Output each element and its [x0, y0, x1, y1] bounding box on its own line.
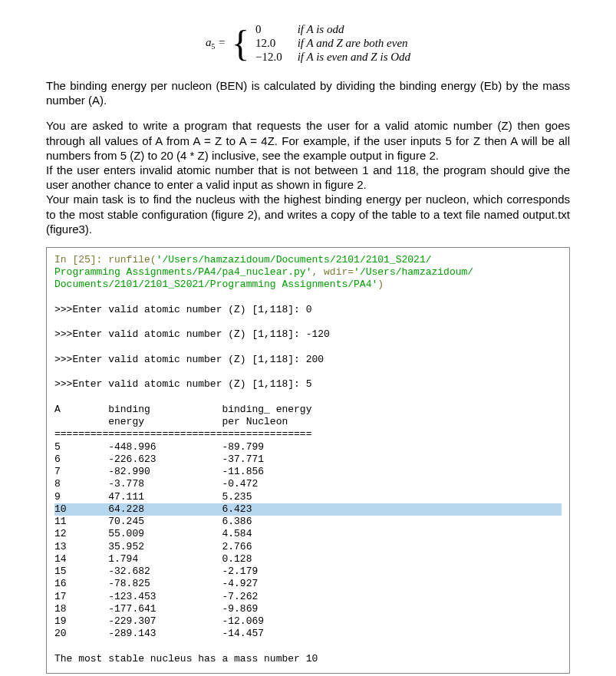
- brace-icon: {: [232, 25, 249, 62]
- case-val-0: 0: [251, 23, 293, 37]
- console-output: In [25]: runfile('/Users/hamzazidoum/Doc…: [46, 247, 570, 674]
- case-cond-0: if A is odd: [293, 23, 410, 37]
- case-cond-2: if A is even and Z is Odd: [293, 51, 410, 64]
- case-val-2: −12.0: [251, 51, 293, 64]
- case-val-1: 12.0: [251, 37, 293, 51]
- document-page: a5 = { 0if A is odd 12.0if A and Z are b…: [31, 23, 585, 676]
- para-ben-def: The binding energy per nucleon (BEN) is …: [46, 78, 570, 107]
- formula-a5: a5 = { 0if A is odd 12.0if A and Z are b…: [46, 23, 570, 64]
- case-cond-1: if A and Z are both even: [293, 37, 410, 51]
- para-task-3: Your main task is to find the nucleus wi…: [46, 192, 570, 236]
- para-task-1: You are asked to write a program that re…: [46, 118, 570, 163]
- para-task-2: If the user enters invalid atomic number…: [46, 163, 570, 192]
